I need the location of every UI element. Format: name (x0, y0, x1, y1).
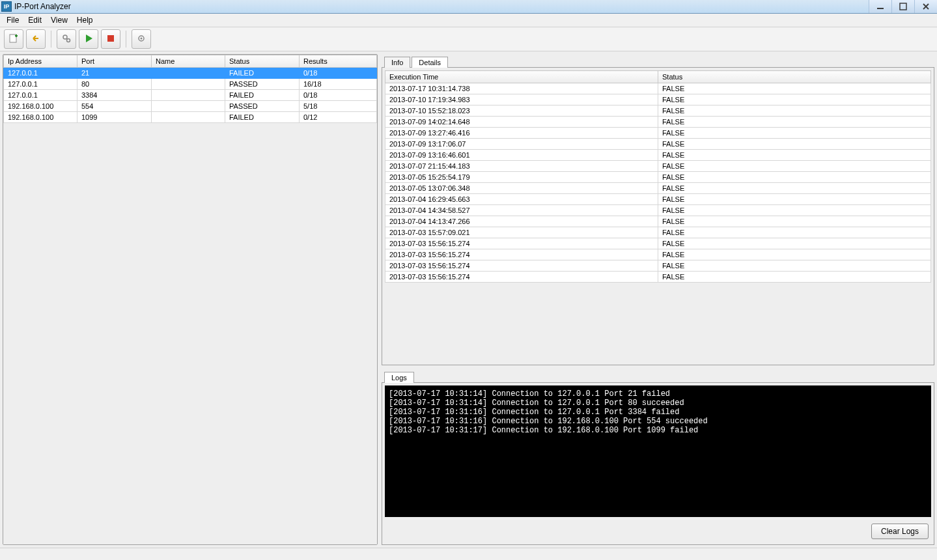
titlebar: IP IP-Port Analyzer (0, 0, 937, 14)
hosts-col-ip[interactable]: Ip Address (4, 55, 77, 68)
cell-status: FALSE (658, 216, 931, 227)
hosts-table[interactable]: Ip Address Port Name Status Results 127.… (3, 55, 377, 123)
gear-icon (136, 33, 147, 46)
table-row[interactable]: 2013-07-09 13:27:46.416FALSE (385, 128, 931, 139)
cell-results: 0/18 (300, 68, 377, 79)
table-row[interactable]: 2013-07-07 21:15:44.183FALSE (385, 161, 931, 172)
hosts-col-status[interactable]: Status (225, 55, 300, 68)
table-row[interactable]: 2013-07-04 14:13:47.266FALSE (385, 216, 931, 227)
tab-details[interactable]: Details (412, 57, 448, 68)
import-button[interactable] (26, 29, 46, 49)
table-row[interactable]: 192.168.0.1001099FAILED0/12 (4, 112, 377, 123)
menu-edit[interactable]: Edit (24, 14, 46, 26)
table-row[interactable]: 2013-07-05 13:07:06.348FALSE (385, 183, 931, 194)
stop-button[interactable] (101, 29, 120, 49)
svg-rect-0 (877, 8, 884, 9)
svg-rect-6 (107, 35, 114, 42)
table-row[interactable]: 2013-07-17 10:31:14.738FALSE (385, 83, 931, 94)
cell-port: 554 (77, 101, 152, 112)
cell-status: FALSE (658, 260, 931, 272)
stop-icon (105, 33, 116, 46)
menu-help[interactable]: Help (73, 14, 97, 26)
table-row[interactable]: 2013-07-10 17:19:34.983FALSE (385, 94, 931, 105)
preferences-button[interactable] (132, 29, 151, 49)
play-icon (83, 33, 94, 46)
cell-time: 2013-07-03 15:56:15.274 (385, 238, 658, 249)
menu-view[interactable]: View (47, 14, 72, 26)
clear-logs-button[interactable]: Clear Logs (871, 524, 929, 539)
tab-info[interactable]: Info (384, 57, 410, 68)
cell-status: FALSE (658, 105, 931, 117)
details-table[interactable]: Execution Time Status 2013-07-17 10:31:1… (385, 70, 931, 283)
cell-name (152, 112, 225, 123)
details-empty (382, 285, 934, 365)
logs-console[interactable]: [2013-07-17 10:31:14] Connection to 127.… (385, 385, 931, 517)
cell-results: 5/18 (300, 101, 377, 112)
table-row[interactable]: 127.0.0.180PASSED16/18 (4, 79, 377, 90)
cell-status: PASSED (225, 79, 300, 90)
hosts-col-results[interactable]: Results (300, 55, 377, 68)
cell-port: 1099 (77, 112, 152, 123)
table-row[interactable]: 2013-07-04 14:34:58.527FALSE (385, 205, 931, 216)
cell-port: 80 (77, 79, 152, 90)
statusbar (0, 548, 937, 560)
tab-logs[interactable]: Logs (384, 372, 414, 383)
maximize-button[interactable] (891, 0, 914, 13)
svg-point-4 (67, 38, 70, 42)
new-button[interactable] (4, 29, 23, 49)
hosts-col-name[interactable]: Name (152, 55, 225, 68)
cell-time: 2013-07-04 16:29:45.663 (385, 194, 658, 205)
table-row[interactable]: 2013-07-09 13:16:46.601FALSE (385, 150, 931, 161)
table-row[interactable]: 2013-07-03 15:56:15.274FALSE (385, 260, 931, 272)
details-box: Execution Time Status 2013-07-17 10:31:1… (382, 67, 934, 365)
cell-ip: 127.0.0.1 (4, 90, 77, 101)
cell-name (152, 68, 225, 79)
cell-results: 0/12 (300, 112, 377, 123)
cell-status: FALSE (658, 272, 931, 283)
hosts-panel-empty (3, 123, 377, 544)
table-row[interactable]: 2013-07-03 15:56:15.274FALSE (385, 249, 931, 260)
table-row[interactable]: 2013-07-10 15:52:18.023FALSE (385, 105, 931, 117)
logs-box: [2013-07-17 10:31:14] Connection to 127.… (382, 382, 934, 545)
app-icon: IP (1, 1, 12, 12)
hosts-col-port[interactable]: Port (77, 55, 152, 68)
details-tabstrip: Info Details (384, 54, 934, 67)
cell-status: PASSED (225, 101, 300, 112)
table-row[interactable]: 2013-07-03 15:56:15.274FALSE (385, 238, 931, 249)
menu-file[interactable]: File (3, 14, 23, 26)
cell-time: 2013-07-17 10:31:14.738 (385, 83, 658, 94)
table-row[interactable]: 2013-07-09 13:17:06.07FALSE (385, 139, 931, 150)
cell-status: FALSE (658, 194, 931, 205)
cell-ip: 127.0.0.1 (4, 79, 77, 90)
cell-status: FAILED (225, 112, 300, 123)
settings-button[interactable] (57, 29, 76, 49)
table-row[interactable]: 127.0.0.121FAILED0/18 (4, 68, 377, 79)
cell-time: 2013-07-03 15:56:15.274 (385, 260, 658, 272)
table-row[interactable]: 2013-07-03 15:57:09.021FALSE (385, 227, 931, 238)
table-row[interactable]: 2013-07-05 15:25:54.179FALSE (385, 172, 931, 183)
cell-name (152, 101, 225, 112)
cell-status: FALSE (658, 161, 931, 172)
cell-status: FALSE (658, 150, 931, 161)
minimize-button[interactable] (869, 0, 891, 13)
table-row[interactable]: 127.0.0.13384FAILED0/18 (4, 90, 377, 101)
cell-time: 2013-07-04 14:34:58.527 (385, 205, 658, 216)
details-col-time[interactable]: Execution Time (385, 71, 658, 83)
cell-time: 2013-07-05 15:25:54.179 (385, 172, 658, 183)
svg-point-8 (141, 37, 143, 39)
close-button[interactable] (914, 0, 937, 13)
cell-ip: 192.168.0.100 (4, 112, 77, 123)
table-row[interactable]: 2013-07-09 14:02:14.648FALSE (385, 117, 931, 128)
svg-rect-1 (900, 3, 906, 10)
table-row[interactable]: 192.168.0.100554PASSED5/18 (4, 101, 377, 112)
svg-point-3 (63, 35, 67, 39)
cell-time: 2013-07-09 13:27:46.416 (385, 128, 658, 139)
table-row[interactable]: 2013-07-03 15:56:15.274FALSE (385, 272, 931, 283)
cell-time: 2013-07-09 13:16:46.601 (385, 150, 658, 161)
cell-time: 2013-07-05 13:07:06.348 (385, 183, 658, 194)
details-col-status[interactable]: Status (658, 71, 931, 83)
cell-status: FALSE (658, 139, 931, 150)
cell-status: FALSE (658, 83, 931, 94)
run-button[interactable] (79, 29, 98, 49)
table-row[interactable]: 2013-07-04 16:29:45.663FALSE (385, 194, 931, 205)
